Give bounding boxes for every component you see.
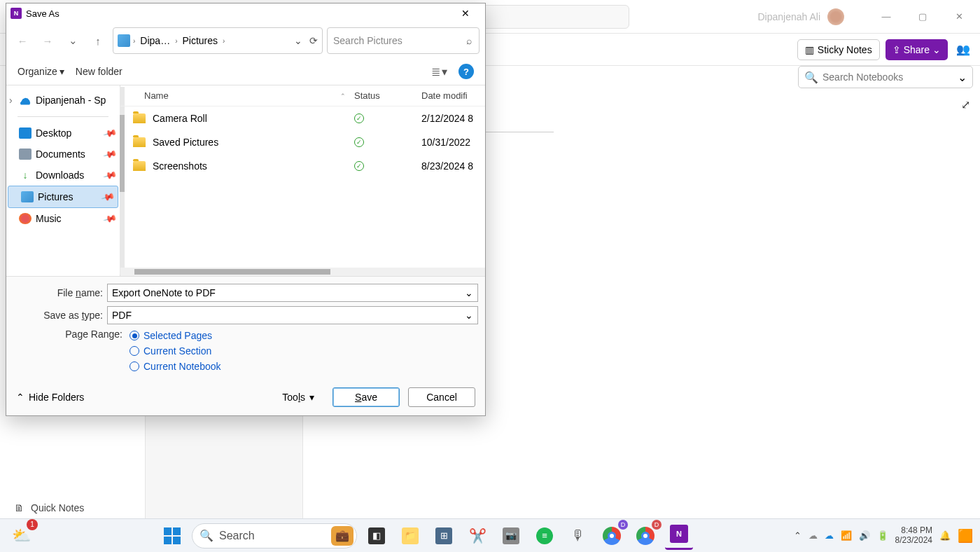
save-type-label: Save as type:	[13, 310, 107, 321]
cancel-button[interactable]: Cancel	[408, 387, 475, 407]
radio-current-section[interactable]: Current Section	[130, 345, 221, 357]
search-notebooks-input[interactable]	[822, 71, 953, 83]
column-status[interactable]: Status	[354, 90, 421, 101]
calculator-button[interactable]: ⊞	[430, 522, 458, 550]
pin-icon[interactable]: 📌	[102, 212, 117, 226]
file-row[interactable]: Screenshots ✓ 8/23/2024 8	[120, 154, 485, 178]
folder-search[interactable]: Search Pictures ⌕	[327, 27, 479, 54]
tree-item-music[interactable]: Music 📌	[6, 208, 120, 229]
windows-icon	[164, 527, 181, 544]
search-notebooks[interactable]: 🔍 ⌄	[798, 66, 973, 88]
weather-widget[interactable]: ⛅ 1	[7, 522, 35, 550]
chevron-right-icon[interactable]: ›	[221, 37, 226, 45]
share-label: Share	[904, 44, 930, 55]
notifications-icon[interactable]: 🔔	[939, 530, 951, 541]
tree-item-desktop[interactable]: Desktop 📌	[6, 123, 120, 144]
tree-item-pictures[interactable]: Pictures 📌	[8, 186, 118, 208]
view-menu[interactable]: ≣ ▾	[431, 65, 447, 78]
help-button[interactable]: ?	[458, 64, 474, 79]
camera-button[interactable]: 📷	[497, 522, 525, 550]
col-name-label: Name	[144, 90, 169, 101]
chrome-button-1[interactable]: D	[598, 522, 626, 550]
quick-notes-item[interactable]: 🗎 Quick Notes	[14, 502, 84, 513]
organize-menu[interactable]: Organize ▾	[18, 66, 64, 77]
avatar[interactable]	[827, 8, 844, 25]
breadcrumb-seg-user[interactable]: Dipa…	[138, 35, 172, 46]
tray-overflow[interactable]: ⌃	[794, 530, 802, 541]
tools-menu[interactable]: Tools ▾	[282, 392, 314, 403]
file-explorer-button[interactable]: 📁	[396, 522, 424, 550]
breadcrumb-dropdown[interactable]: ⌄	[294, 35, 302, 46]
save-type-select[interactable]: PDF ⌄	[107, 306, 478, 324]
radio-selected-pages[interactable]: Selected Pages	[130, 330, 221, 341]
expand-icon[interactable]: ⤢	[961, 98, 970, 111]
recent-dropdown[interactable]: ⌄	[62, 28, 83, 53]
chevron-down-icon[interactable]: ⌄	[465, 287, 473, 298]
wifi-icon[interactable]: 📶	[841, 530, 852, 541]
task-view-button[interactable]: ◧	[363, 522, 391, 550]
new-folder-button[interactable]: New folder	[76, 66, 122, 77]
spotify-button[interactable]: ≡	[531, 522, 559, 550]
pin-icon[interactable]: 📌	[100, 190, 115, 205]
sticky-notes-button[interactable]: ▥ Sticky Notes	[797, 39, 880, 60]
onedrive-tray-icon[interactable]: ☁	[808, 530, 818, 541]
start-button[interactable]	[158, 522, 186, 550]
hide-folders-toggle[interactable]: ⌃ Hide Folders	[16, 392, 84, 403]
back-button[interactable]: ←	[12, 28, 33, 53]
clock[interactable]: 8:48 PM 8/23/2024	[895, 526, 932, 546]
chevron-down-icon[interactable]: ⌄	[958, 71, 967, 84]
refresh-button[interactable]: ⟳	[309, 35, 318, 46]
pin-icon[interactable]: 📌	[102, 168, 117, 183]
scrollbar-thumb[interactable]	[134, 269, 330, 275]
column-name[interactable]: Name ⌃	[144, 90, 354, 101]
up-button[interactable]: ↑	[88, 28, 108, 53]
file-list-scrollbar[interactable]	[120, 268, 485, 276]
chevron-right-icon[interactable]: ›	[132, 37, 136, 45]
file-row[interactable]: Camera Roll ✓ 2/12/2024 8	[120, 106, 485, 130]
tree-label: Dipanjenah - Sp	[36, 95, 106, 106]
file-name-input[interactable]: Export OneNote to PDF ⌄	[107, 284, 478, 302]
chrome-button-2[interactable]: D	[631, 522, 659, 550]
radio-icon	[130, 361, 139, 371]
maximize-button[interactable]: ▢	[907, 6, 938, 27]
file-row[interactable]: Saved Pictures ✓ 10/31/2022	[120, 130, 485, 154]
radio-current-notebook[interactable]: Current Notebook	[130, 361, 221, 372]
search-icon: 🔍	[804, 71, 818, 84]
onenote-icon: N	[10, 8, 22, 19]
music-icon	[19, 213, 31, 224]
save-button[interactable]: Save	[332, 387, 400, 407]
onenote-button[interactable]: N	[665, 522, 693, 550]
presence-icon[interactable]: 👥	[953, 40, 973, 60]
snipping-tool-button[interactable]: ✂️	[463, 522, 491, 550]
breadcrumb[interactable]: › Dipa… › Pictures › ⌄ ⟳	[113, 27, 323, 54]
forward-button[interactable]: →	[37, 28, 58, 53]
dialog-titlebar: N Save As ✕	[6, 4, 485, 23]
close-button[interactable]: ✕	[944, 6, 974, 27]
microphone-button[interactable]: 🎙	[564, 522, 592, 550]
chevron-down-icon[interactable]: ⌄	[465, 310, 473, 321]
chevron-right-icon[interactable]: ›	[174, 37, 178, 45]
tree-item-downloads[interactable]: ↓ Downloads 📌	[6, 165, 120, 186]
share-button[interactable]: ⇪ Share ⌄	[886, 39, 948, 60]
battery-icon[interactable]: 🔋	[877, 530, 888, 541]
folder-icon	[133, 137, 146, 147]
chrome-icon	[636, 527, 654, 545]
breadcrumb-seg-pictures[interactable]: Pictures	[180, 35, 220, 46]
onedrive-tray-icon-2[interactable]: ☁	[825, 530, 834, 541]
share-icon: ⇪	[892, 44, 901, 55]
taskbar-search[interactable]: 🔍 Search 💼	[192, 523, 357, 548]
pin-icon[interactable]: 📌	[102, 147, 117, 162]
pin-icon[interactable]: 📌	[102, 126, 117, 141]
tree-item-onedrive[interactable]: Dipanjenah - Sp	[6, 90, 120, 111]
folder-icon	[133, 161, 146, 171]
volume-icon[interactable]: 🔊	[859, 530, 870, 541]
tree-item-documents[interactable]: Documents 📌	[6, 144, 120, 165]
radio-label: Selected Pages	[144, 330, 212, 341]
profile-badge: D	[652, 520, 662, 530]
copilot-icon[interactable]: 🟧	[958, 528, 973, 544]
search-icon[interactable]: ⌕	[466, 35, 472, 46]
downloads-icon: ↓	[19, 170, 31, 181]
minimize-button[interactable]: ―	[871, 6, 902, 27]
column-date[interactable]: Date modifi	[421, 90, 485, 101]
dialog-close-button[interactable]: ✕	[450, 4, 481, 23]
